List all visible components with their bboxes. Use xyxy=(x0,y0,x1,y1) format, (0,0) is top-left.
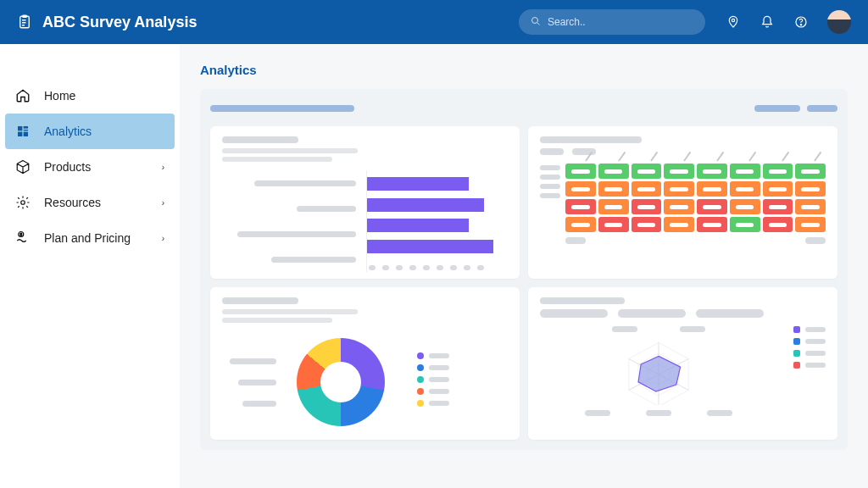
sidebar-item-analytics[interactable]: Analytics xyxy=(5,114,175,149)
gear-icon xyxy=(15,195,31,210)
sidebar-item-label: Analytics xyxy=(44,125,92,138)
sidebar-item-home[interactable]: Home xyxy=(0,78,180,114)
card-sub-skeleton xyxy=(222,309,358,314)
bell-icon[interactable] xyxy=(760,14,775,30)
card-sub-skeleton xyxy=(222,318,332,323)
card-title-skeleton xyxy=(222,136,298,143)
chevron-right-icon: › xyxy=(162,234,164,243)
chevron-right-icon: › xyxy=(162,163,164,172)
home-icon xyxy=(15,88,31,103)
card-title-skeleton xyxy=(222,297,298,304)
header: ABC Survey Analysis xyxy=(0,0,868,44)
svg-rect-9 xyxy=(18,132,22,136)
svg-point-11 xyxy=(21,201,25,205)
panel-header xyxy=(210,99,837,118)
svg-rect-8 xyxy=(24,130,28,130)
svg-rect-10 xyxy=(24,132,28,136)
svg-point-5 xyxy=(800,25,801,25)
card-sub-skeleton xyxy=(222,148,358,153)
analytics-panel xyxy=(200,89,848,450)
sidebar-item-resources[interactable]: Resources › xyxy=(0,185,180,220)
page-title: Analytics xyxy=(200,63,848,77)
chart-card-radar xyxy=(528,287,837,440)
sidebar-item-label: Plan and Pricing xyxy=(44,231,131,245)
sidebar-item-label: Resources xyxy=(44,196,101,209)
sidebar-item-label: Products xyxy=(44,160,91,174)
card-filter-skeleton[interactable] xyxy=(618,309,686,318)
panel-action-skeleton[interactable] xyxy=(754,105,800,112)
app-title: ABC Survey Analysis xyxy=(42,14,197,31)
svg-rect-7 xyxy=(24,126,28,129)
search-box[interactable] xyxy=(519,9,705,35)
card-filter-skeleton[interactable] xyxy=(540,309,608,318)
search-input[interactable] xyxy=(548,16,693,28)
card-filter-skeleton[interactable] xyxy=(540,148,564,155)
location-icon[interactable] xyxy=(726,14,741,30)
search-icon xyxy=(531,16,541,29)
svg-point-2 xyxy=(532,17,538,23)
avatar[interactable] xyxy=(827,10,851,34)
donut-chart xyxy=(297,338,385,426)
donut-legend xyxy=(417,352,449,412)
grid-icon xyxy=(15,124,31,139)
card-title-skeleton xyxy=(540,136,642,143)
sidebar-item-pricing[interactable]: $ Plan and Pricing › xyxy=(0,220,180,256)
card-title-skeleton xyxy=(540,297,625,304)
sidebar: Home Analytics Products › Resources › $ … xyxy=(0,44,180,488)
clipboard-icon xyxy=(17,14,32,30)
logo-wrap: ABC Survey Analysis xyxy=(17,14,197,31)
svg-point-3 xyxy=(732,19,734,21)
panel-title-skeleton xyxy=(210,105,354,112)
radar-legend xyxy=(793,326,826,369)
panel-action-skeleton[interactable] xyxy=(807,105,837,112)
pricing-icon: $ xyxy=(15,230,31,246)
box-icon xyxy=(15,159,31,175)
bar-chart xyxy=(366,170,508,272)
card-filter-skeleton[interactable] xyxy=(572,148,596,155)
chart-card-donut xyxy=(210,287,520,440)
chevron-right-icon: › xyxy=(162,198,164,208)
heatmap xyxy=(565,164,826,232)
card-sub-skeleton xyxy=(222,157,332,162)
svg-rect-1 xyxy=(23,15,27,17)
card-filter-skeleton[interactable] xyxy=(696,309,764,318)
radar-chart xyxy=(612,337,705,405)
help-icon[interactable] xyxy=(793,14,809,30)
svg-rect-0 xyxy=(20,16,30,28)
svg-rect-6 xyxy=(18,126,22,130)
sidebar-item-label: Home xyxy=(44,89,75,103)
chart-card-bar xyxy=(210,126,520,279)
sidebar-item-products[interactable]: Products › xyxy=(0,149,180,185)
chart-card-heatmap xyxy=(528,126,837,279)
main: Analytics xyxy=(180,44,868,488)
